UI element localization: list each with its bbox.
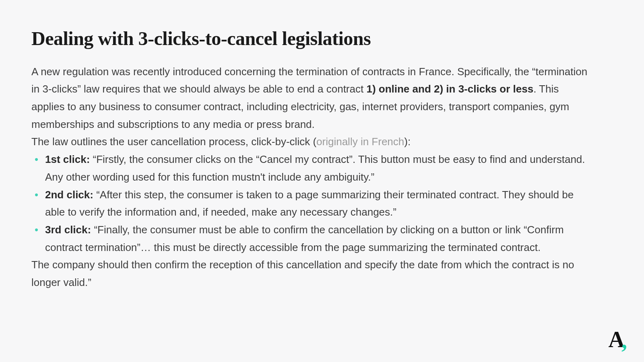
intro-paragraph: A new regulation was recently introduced…: [31, 63, 592, 134]
click-label: 3rd click:: [45, 224, 91, 236]
click-label: 2nd click:: [45, 189, 93, 201]
brand-logo: A,: [609, 328, 629, 351]
click-text: “After this step, the consumer is taken …: [45, 189, 574, 218]
list-item: 1st click: “Firstly, the consumer clicks…: [45, 151, 592, 186]
slide-body: A new regulation was recently introduced…: [31, 63, 592, 292]
slide: Dealing with 3-clicks-to-cancel legislat…: [0, 0, 644, 362]
source-link[interactable]: originally in French: [316, 136, 404, 148]
list-item: 3rd click: “Finally, the consumer must b…: [45, 221, 592, 256]
intro-bold: 1) online and 2) in 3-clicks or less: [366, 83, 533, 95]
lead-seg2: ):: [404, 136, 411, 148]
click-text: “Firstly, the consumer clicks on the “Ca…: [45, 153, 585, 183]
clicks-list: 1st click: “Firstly, the consumer clicks…: [31, 151, 592, 256]
lead-line: The law outlines the user cancellation p…: [31, 133, 592, 151]
click-text: “Finally, the consumer must be able to c…: [45, 224, 564, 253]
slide-title: Dealing with 3-clicks-to-cancel legislat…: [31, 28, 592, 49]
click-label: 1st click:: [45, 153, 90, 165]
lead-seg1: The law outlines the user cancellation p…: [31, 136, 316, 148]
logo-comma-icon: ,: [621, 328, 626, 353]
list-item: 2nd click: “After this step, the consume…: [45, 186, 592, 221]
outro-paragraph: The company should then confirm the rece…: [31, 256, 592, 291]
